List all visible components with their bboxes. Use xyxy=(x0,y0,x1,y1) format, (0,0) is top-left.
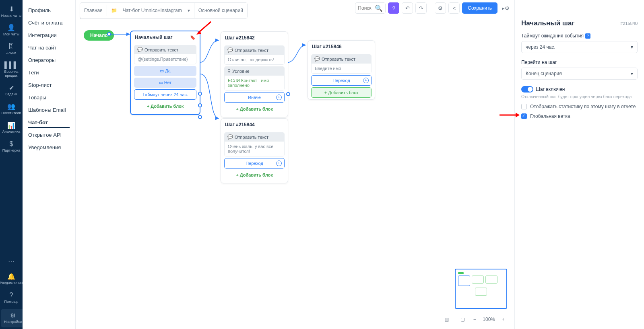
step-enabled-label: Шаг включен xyxy=(536,86,565,92)
button-yes[interactable]: ▭ Да xyxy=(134,66,196,76)
node-215844[interactable]: Шаг #215844 💬Отправить текст Очень жаль,… xyxy=(221,118,288,183)
menu-item[interactable]: Шаблоны Email xyxy=(23,104,75,116)
add-block-button[interactable]: + Добавить блок xyxy=(224,104,285,114)
left-rail: ⬇Новые чаты👤Мои чаты🗄Архив▌▌▌Воронка про… xyxy=(0,0,23,329)
zoom-in-button[interactable]: + xyxy=(499,315,507,323)
node-initial-step[interactable]: Начальный шаг🔖 💬Отправить текст @{settin… xyxy=(130,31,200,115)
node-215846[interactable]: Шаг #215846 💬Отправить текст Введите имя… xyxy=(308,40,375,100)
breadcrumb-folder[interactable]: 📁 Чат-бот Umnico+Instagram ▾ xyxy=(107,3,194,18)
bookmark-icon[interactable]: 🔖 xyxy=(190,35,196,40)
rail-item[interactable]: $Партнерка xyxy=(0,137,23,156)
bot-canvas[interactable]: Главная 📁 Чат-бот Umnico+Instagram ▾ Осн… xyxy=(76,0,514,329)
menu-item[interactable]: Уведомления xyxy=(23,141,75,154)
menu-item[interactable]: Чат-бот xyxy=(23,116,75,129)
chevron-down-icon: ▾ xyxy=(631,44,633,50)
zoom-out-button[interactable]: − xyxy=(471,315,479,323)
breadcrumb-scenario[interactable]: Основной сценарий xyxy=(194,5,247,16)
zoom-controls: ▥ ▢ − 100% + xyxy=(442,315,507,323)
undo-button[interactable]: ↶ xyxy=(402,2,413,14)
menu-item[interactable]: Чат на сайт xyxy=(23,41,75,54)
zoom-level: 100% xyxy=(483,317,495,322)
rail-item[interactable]: 👤Мои чаты xyxy=(0,21,23,39)
send-text-body: @{settings.Приветствие} xyxy=(134,54,196,64)
send-text-body: Введите имя xyxy=(311,64,372,74)
search-box[interactable]: 🔍 xyxy=(355,2,386,14)
send-text-block[interactable]: 💬Отправить текст xyxy=(224,45,285,55)
node-title: Шаг #215842 xyxy=(225,35,255,41)
add-block-button[interactable]: + Добавить блок xyxy=(311,87,372,98)
minimap[interactable] xyxy=(455,269,507,309)
node-title: Шаг #215844 xyxy=(225,122,255,127)
settings-menu: ПрофильСчёт и оплатаИнтеграцииЧат на сай… xyxy=(23,0,76,329)
send-text-body: Очень жаль, у вас все получится! xyxy=(224,142,285,156)
goto-pill[interactable]: Переход+ xyxy=(311,75,372,86)
condition-body: ЕСЛИ Контакт - имя заполнено xyxy=(224,76,285,90)
goto-pill[interactable]: Переход+ xyxy=(224,158,285,169)
rail-item[interactable]: 🗄Архив xyxy=(0,40,23,58)
menu-item[interactable]: Теги xyxy=(23,66,75,79)
step-enabled-toggle[interactable] xyxy=(521,86,533,93)
timeout-label: Таймаут ожидания события? xyxy=(521,33,638,39)
more-button[interactable]: ▸⚙ xyxy=(500,2,511,14)
stats-checkbox[interactable]: Отображать статистику по этому шагу в от… xyxy=(521,104,638,109)
save-button[interactable]: Сохранить xyxy=(462,2,497,14)
step-id: #215840 xyxy=(620,21,638,26)
step-properties-panel: Начальный шаг#215840 Таймаут ожидания со… xyxy=(514,0,644,329)
canvas-toolbar: 🔍 ? ↶ ↷ ⚙ < Сохранить ▸⚙ xyxy=(355,2,511,14)
search-icon: 🔍 xyxy=(375,4,383,12)
node-title: Начальный шаг xyxy=(135,35,173,40)
chevron-down-icon: ▾ xyxy=(631,71,633,76)
search-input[interactable] xyxy=(358,5,375,11)
menu-item[interactable]: Stop-лист xyxy=(23,79,75,91)
condition-block[interactable]: ⚲ Условие xyxy=(224,66,285,76)
add-block-button[interactable]: + Добавить блок xyxy=(224,170,285,180)
timeout-select[interactable]: через 24 час.▾ xyxy=(521,41,638,53)
send-text-block[interactable]: 💬Отправить текст xyxy=(311,54,372,64)
send-text-block[interactable]: 💬Отправить текст xyxy=(134,45,196,54)
rail-item[interactable]: ⋯ xyxy=(0,255,23,270)
menu-item[interactable]: Операторы xyxy=(23,54,75,66)
menu-item[interactable]: Интеграции xyxy=(23,29,75,41)
button-no[interactable]: ▭ Нет xyxy=(134,78,196,88)
rail-item[interactable]: ⬇Новые чаты xyxy=(0,2,23,21)
rail-item[interactable]: 👥Посетители xyxy=(0,100,23,118)
breadcrumb-home[interactable]: Главная xyxy=(80,5,107,16)
global-branch-checkbox[interactable]: Глобальная ветка xyxy=(521,113,638,119)
goto-label: Перейти на шаг xyxy=(521,60,638,65)
send-text-block[interactable]: 💬Отправить текст xyxy=(224,132,285,142)
menu-item[interactable]: Счёт и оплата xyxy=(23,16,75,29)
node-215842[interactable]: Шаг #215842 💬Отправить текст Отлично, та… xyxy=(221,31,288,117)
fit-button[interactable]: ▢ xyxy=(458,315,466,323)
else-pill[interactable]: Иначе+ xyxy=(224,92,285,103)
layout-toggle[interactable]: ▥ xyxy=(442,315,450,323)
send-text-body: Отлично, так держать! xyxy=(224,55,285,65)
rail-item[interactable]: 🔔Уведомления xyxy=(0,270,23,288)
timeout-pill[interactable]: Таймаут через 24 час. xyxy=(134,89,196,100)
step-enabled-hint: Отключенный шаг будет пропущен через бло… xyxy=(521,94,638,99)
help-button[interactable]: ? xyxy=(388,2,399,14)
breadcrumb: Главная 📁 Чат-бот Umnico+Instagram ▾ Осн… xyxy=(80,2,248,19)
node-title: Шаг #215846 xyxy=(312,44,342,49)
add-block-button[interactable]: + Добавить блок xyxy=(134,101,196,111)
share-button[interactable]: < xyxy=(448,2,460,14)
redo-button[interactable]: ↷ xyxy=(415,2,427,14)
panel-title: Начальный шаг xyxy=(521,19,575,27)
menu-item[interactable]: Товары xyxy=(23,91,75,104)
rail-item[interactable]: 📊Аналитика xyxy=(0,119,23,137)
goto-select[interactable]: Конец сценария▾ xyxy=(521,68,638,80)
help-icon[interactable]: ? xyxy=(585,33,590,39)
menu-item[interactable]: Открытое API xyxy=(23,129,75,141)
rail-item[interactable]: ✔Задачи xyxy=(0,81,23,100)
menu-item[interactable]: Профиль xyxy=(23,4,75,16)
rail-item[interactable]: ▌▌▌Воронка продаж xyxy=(0,58,23,81)
settings-button[interactable]: ⚙ xyxy=(435,2,446,14)
rail-item[interactable]: ⚙Настройки xyxy=(1,309,25,327)
rail-item[interactable]: ?Помощь xyxy=(0,288,23,307)
